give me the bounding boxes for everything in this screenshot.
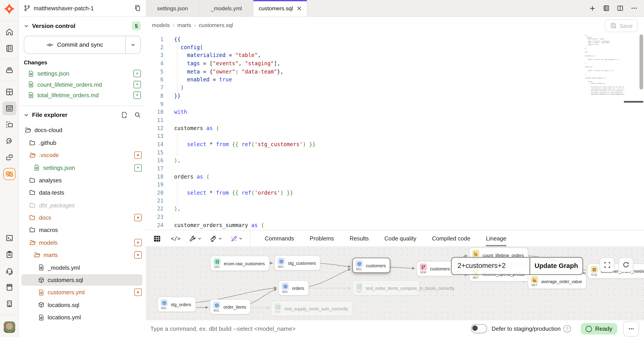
lineage-node-stg_customers[interactable]: MDLstg_customers [274, 255, 320, 270]
panel-tab-Compiled code[interactable]: Compiled code [432, 230, 470, 247]
tab-customers.sql[interactable]: customers.sql [253, 0, 307, 16]
lineage-node-customers[interactable]: SEMcustomers [416, 261, 454, 276]
panel-tab-Code quality[interactable]: Code quality [384, 230, 416, 247]
tree-item-models[interactable]: models [19, 236, 146, 249]
lineage-node-customer_order_metrics[interactable]: SVQcustomer_order_metrics [588, 264, 644, 279]
panel-tab-Problems[interactable]: Problems [310, 230, 334, 247]
new-tab-icon[interactable] [590, 5, 596, 11]
tree-item-_models.yml[interactable]: _models.yml [19, 261, 146, 274]
lineage-selector-input[interactable]: 2+customers+2 [452, 258, 529, 274]
preview-table-icon[interactable] [153, 235, 161, 243]
tree-item-locations.yml[interactable]: locations.yml [19, 311, 146, 324]
status-more-button[interactable] [623, 321, 639, 337]
close-icon[interactable] [297, 6, 302, 10]
lineage-node-order_items[interactable]: MDLorder_items [210, 299, 251, 315]
tree-item-docs[interactable]: docs [19, 211, 146, 224]
rail-frame-button[interactable] [2, 118, 16, 132]
file-icon [34, 165, 40, 171]
search-icon[interactable] [134, 112, 141, 118]
rail-home-button[interactable] [2, 25, 16, 39]
stage-file-badge[interactable]: + [134, 81, 141, 88]
lineage-graph[interactable]: SRCecom.raw_customersMDLstg_customersMDL… [146, 246, 644, 320]
tree-item-.github[interactable]: .github [19, 137, 146, 149]
tree-item-macros[interactable]: macros [19, 224, 146, 236]
tree-item-locations.sql[interactable]: locations.sql [19, 299, 146, 311]
panel-tab-Lineage[interactable]: Lineage [486, 230, 506, 247]
changed-file-name: count_lifetime_orders.md [37, 81, 134, 88]
file-explorer-header[interactable]: File explorer [19, 106, 146, 124]
new-file-icon[interactable] [121, 112, 128, 118]
rail-clipboard-button[interactable] [2, 248, 16, 262]
tree-item-docs-cloud[interactable]: docs-cloud [19, 124, 146, 137]
tree-item-marts[interactable]: marts [19, 249, 146, 261]
copy-icon[interactable] [134, 5, 141, 11]
version-control-header[interactable]: Version control 5 [19, 17, 146, 35]
commit-and-sync-button[interactable]: Commit and sync [24, 36, 141, 54]
user-avatar[interactable] [4, 321, 15, 333]
defer-toggle[interactable] [471, 324, 487, 333]
save-button[interactable]: Save [605, 19, 638, 32]
panel-tab-Results[interactable]: Results [350, 230, 369, 247]
rail-headset-button[interactable] [2, 264, 16, 278]
changed-file-row[interactable]: total_lifetime_orders.md+ [19, 90, 146, 101]
changed-file-row[interactable]: count_lifetime_orders.md+ [19, 79, 146, 90]
tree-item-data-tests[interactable]: data-tests [19, 186, 146, 199]
folder-open-icon [24, 127, 31, 133]
rail-code-panel-button[interactable] [2, 101, 16, 115]
rail-book-button[interactable] [2, 280, 16, 294]
minimap[interactable]: {{ config( materialized = "table", tags … [585, 34, 624, 95]
rail-inbox-button[interactable] [2, 63, 16, 77]
tree-item-label: docs [39, 214, 134, 221]
lineage-node-customers[interactable]: MDLcustomers [352, 258, 390, 273]
ai-magic-pen-icon[interactable] [230, 235, 243, 242]
breadcrumb-marts[interactable]: marts [177, 22, 191, 28]
breadcrumb-models[interactable]: models [152, 22, 170, 28]
help-icon[interactable]: ? [564, 325, 571, 333]
stage-file-badge[interactable]: + [134, 164, 142, 171]
tab-_models.yml[interactable]: _models.yml [200, 0, 254, 16]
tree-item-dbt_packages[interactable]: dbt_packages [19, 199, 146, 211]
lineage-node-orders[interactable]: MDLorders [278, 280, 308, 296]
lineage-node-average_order_value[interactable]: METaverage_order_value [528, 274, 586, 289]
code-editor[interactable]: 1{{2 config(3 materialized = "table",4 t… [146, 34, 644, 230]
branch-row[interactable]: matthewshaver-patch-1 [19, 0, 146, 17]
lineage-node-ecom.raw_customers[interactable]: SRCecom.raw_customers [210, 256, 269, 271]
stage-file-badge[interactable]: + [134, 70, 141, 77]
lineage-node-test_order_items_compute_to_bools_correctly[interactable]: TSTtest_order_items_compute_to_bools_cor… [352, 280, 420, 296]
tree-item-customers.sql[interactable]: customers.sql [19, 274, 146, 286]
lineage-node-test_supply_costs_sum_correctly[interactable]: TSTtest_supply_costs_sum_correctly [271, 301, 353, 316]
tree-item-customers.yml[interactable]: customers.yml [19, 286, 146, 299]
build-wrench-icon[interactable] [190, 235, 202, 242]
changed-file-row[interactable]: settings.json+ [19, 68, 146, 79]
panel-tab-Commands[interactable]: Commands [265, 230, 294, 247]
compile-code-icon[interactable]: </> [171, 235, 180, 242]
rail-windows-button[interactable] [2, 151, 16, 164]
rail-grid-button[interactable] [2, 85, 16, 99]
tree-item-analyses[interactable]: analyses [19, 174, 146, 186]
split-view-icon[interactable] [617, 5, 624, 11]
tree-item-settings.json[interactable]: settings.json+ [19, 161, 146, 174]
rail-ai-atom-button[interactable] [2, 167, 16, 181]
rail-search-insights-button[interactable] [2, 134, 16, 148]
lineage-node-stg_orders[interactable]: MDLstg_orders [157, 297, 196, 312]
code-text: ) [174, 84, 184, 92]
format-icon[interactable] [210, 235, 222, 242]
tree-item-.vscode[interactable]: .vscode [19, 149, 146, 162]
command-input[interactable]: Type a command, ex. dbt build --select <… [150, 326, 471, 332]
rail-terminal-button[interactable] [2, 231, 16, 245]
commit-options-dropdown[interactable] [125, 36, 140, 53]
editor-scrollbar[interactable] [640, 34, 643, 89]
tab-settings.json[interactable]: settings.json [146, 0, 200, 16]
stage-file-badge[interactable]: + [134, 92, 141, 99]
refresh-button[interactable] [618, 258, 633, 272]
mdl-icon [160, 299, 168, 306]
code-text: {{ [174, 35, 181, 43]
rail-building-button[interactable] [2, 297, 16, 311]
fullscreen-button[interactable] [600, 258, 614, 272]
update-graph-button[interactable]: Update Graph [530, 258, 582, 274]
rail-journal-button[interactable] [2, 41, 16, 55]
ready-status-badge[interactable]: Ready [581, 323, 617, 335]
line-number: 9 [146, 100, 164, 108]
notebook-icon[interactable] [603, 5, 609, 11]
more-options-icon[interactable] [631, 5, 637, 11]
